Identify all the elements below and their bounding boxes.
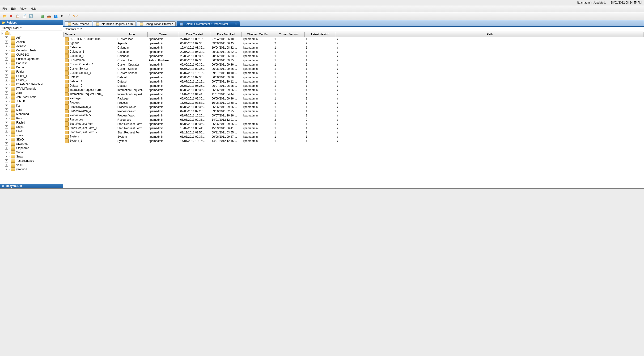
menu-help[interactable]: Help: [31, 7, 36, 10]
expand-icon[interactable]: +: [5, 79, 8, 82]
tree-item[interactable]: +··CURGE03: [1, 53, 62, 57]
open-folder-icon[interactable]: 📂: [2, 14, 6, 18]
tree-item[interactable]: +··Folder_1: [1, 74, 62, 78]
expand-icon[interactable]: +: [5, 142, 8, 146]
table-row[interactable]: Start Request Form_1Start Request Formit…: [64, 126, 644, 130]
tree-item[interactable]: +··Vasu: [1, 163, 62, 167]
expand-icon[interactable]: +: [5, 49, 8, 52]
folders-panel-header[interactable]: 📂 Folders: [0, 20, 63, 25]
table-row[interactable]: CalendarCalendaritpamadmin19/04/2011 08:…: [64, 45, 644, 50]
tree-item[interactable]: +··Stephanie: [1, 146, 62, 150]
tree-item[interactable]: +··Job Start Forms: [1, 95, 62, 99]
tree-item[interactable]: +··Mohamed: [1, 112, 62, 116]
tree-item[interactable]: +··Misc: [1, 108, 62, 112]
expand-icon[interactable]: +: [5, 87, 8, 90]
tree-item[interactable]: +··Satya: [1, 125, 62, 129]
col-modified[interactable]: Date Modified: [210, 32, 242, 37]
tree-item[interactable]: +··John B: [1, 99, 62, 104]
expand-icon[interactable]: +: [5, 74, 8, 78]
col-checkedout[interactable]: Checked Out By: [242, 32, 273, 37]
tree-item[interactable]: +··Arif: [1, 36, 62, 40]
settings-icon[interactable]: ⚙: [60, 14, 64, 18]
expand-icon[interactable]: +: [5, 159, 8, 163]
tree-item[interactable]: +··Save: [1, 129, 62, 133]
table-row[interactable]: ProcessWatch_4Process Watchitpamadmin09/…: [64, 109, 644, 113]
col-current-version[interactable]: Current Version: [273, 32, 304, 37]
data-grid[interactable]: Name▲ Type Owner Date Created Date Modif…: [63, 32, 644, 188]
table-row[interactable]: CustomOperator_1Custom Operatoritpamadmi…: [64, 62, 644, 67]
tree-item[interactable]: +··Folder_2: [1, 78, 62, 82]
expand-icon[interactable]: +: [5, 104, 8, 107]
expand-icon[interactable]: +: [5, 108, 8, 112]
paste-icon[interactable]: 📄: [22, 14, 26, 18]
expand-icon[interactable]: +: [5, 40, 8, 44]
table-row[interactable]: System_1Systemitpamadmin14/01/2012 12:16…: [64, 139, 644, 143]
expand-icon[interactable]: +: [5, 130, 8, 133]
tree-item[interactable]: +··Ashish: [1, 40, 62, 44]
expand-icon[interactable]: +: [5, 53, 8, 56]
tree-item[interactable]: +··TestScenarios: [1, 159, 62, 163]
users-icon[interactable]: 👥: [53, 14, 58, 18]
menu-edit[interactable]: Edit: [11, 7, 16, 10]
tree-item[interactable]: +··DanTest: [1, 61, 62, 65]
expand-icon[interactable]: +: [5, 83, 8, 86]
tab[interactable]: Default Environment : Orchestrator✕: [176, 21, 240, 26]
expand-icon[interactable]: +: [5, 147, 8, 150]
tree-item[interactable]: +··Jack: [1, 91, 62, 95]
tree-item[interactable]: +··ITPAM Tutorials: [1, 87, 62, 91]
expand-icon[interactable]: +: [5, 36, 8, 39]
tree-item[interactable]: +··IT PAM 3.0 Beta Test: [1, 82, 62, 87]
whatsthis-icon[interactable]: ↖?: [73, 14, 78, 18]
expand-icon[interactable]: +: [5, 91, 8, 95]
folder-tree[interactable]: − / +··Arif+··Ashish+··Avinash+··Cohesio…: [0, 31, 63, 184]
tab[interactable]: zOS Process: [65, 21, 92, 26]
table-row[interactable]: SystemSystemitpamadmin06/06/2011 09:37:.…: [64, 135, 644, 139]
col-path[interactable]: Path: [336, 32, 644, 37]
table-row[interactable]: CustomIconCustom IconAshish Pokharel06/0…: [64, 58, 644, 62]
tree-item[interactable]: +··yaohu01: [1, 167, 62, 172]
expand-icon[interactable]: +: [5, 96, 8, 99]
col-owner[interactable]: Owner: [148, 32, 179, 37]
expand-icon[interactable]: +: [5, 113, 8, 116]
expand-icon[interactable]: +: [5, 62, 8, 65]
col-created[interactable]: Date Created: [179, 32, 210, 37]
table-row[interactable]: ResourcesResourcesitpamadmin06/06/2011 0…: [64, 118, 644, 122]
tree-item[interactable]: +··Susan: [1, 155, 62, 159]
expand-icon[interactable]: +: [5, 164, 8, 167]
table-row[interactable]: ProcessProcessitpamadmin16/06/2011 03:58…: [64, 101, 644, 105]
expand-icon[interactable]: +: [5, 70, 8, 73]
export-icon[interactable]: 📤: [47, 14, 51, 18]
expand-icon[interactable]: +: [5, 57, 8, 61]
table-row[interactable]: Calendar_2Calendaritpamadmin20/06/2011 0…: [64, 54, 644, 58]
tree-item[interactable]: +··SIGMA01: [1, 142, 62, 146]
table-row[interactable]: CustomSensor_1Custom Sensoritpamadmin09/…: [64, 71, 644, 75]
tree-root[interactable]: − /: [1, 31, 62, 36]
menu-view[interactable]: View: [20, 7, 26, 10]
expand-icon[interactable]: +: [5, 66, 8, 69]
tree-item[interactable]: +··scratch: [1, 133, 62, 138]
tree-item[interactable]: +··SDoD: [1, 138, 62, 142]
delete-icon[interactable]: ✖: [9, 14, 13, 18]
table-row[interactable]: Dataset_1Datasetitpamadmin09/07/2011 10:…: [64, 79, 644, 84]
col-latest-version[interactable]: Latest Version: [304, 32, 336, 37]
expand-icon[interactable]: +: [5, 151, 8, 154]
expand-icon[interactable]: +: [5, 155, 8, 158]
table-row[interactable]: Interaction Request FormInteraction Requ…: [64, 88, 644, 92]
tab[interactable]: Interaction Request Form: [93, 21, 136, 26]
expand-icon[interactable]: +: [5, 117, 8, 120]
expand-icon[interactable]: +: [5, 45, 8, 48]
tree-item[interactable]: +··Rachid: [1, 121, 62, 125]
tree-item[interactable]: +··Pam: [1, 116, 62, 121]
tree-item[interactable]: +··Custom Operators: [1, 57, 62, 61]
grid-icon[interactable]: ▦: [40, 14, 44, 18]
tree-item[interactable]: +··Cohesion_Tests: [1, 48, 62, 53]
recycle-bin-header[interactable]: 🗑 Recycle Bin: [0, 184, 63, 188]
tree-item[interactable]: +··Avinash: [1, 44, 62, 48]
table-row[interactable]: Calendar_1Calendaritpamadmin20/06/2011 0…: [64, 50, 644, 54]
expand-icon[interactable]: +: [5, 125, 8, 129]
help-icon[interactable]: ❔: [66, 14, 71, 18]
expand-icon[interactable]: +: [5, 100, 8, 103]
expand-icon[interactable]: +: [5, 138, 8, 141]
table-row[interactable]: DatasetDatasetitpamadmin06/06/2011 09:36…: [64, 75, 644, 79]
collapse-icon[interactable]: −: [1, 32, 4, 35]
